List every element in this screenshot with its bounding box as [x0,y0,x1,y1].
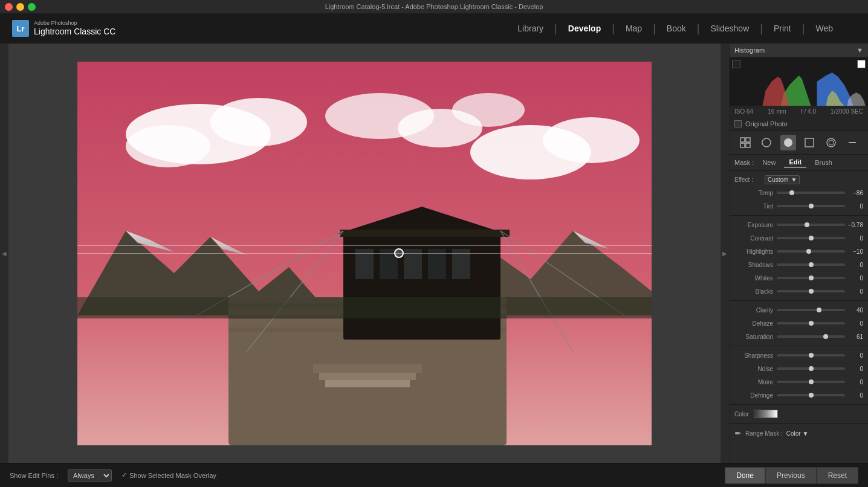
effect-dropdown[interactable]: Custom ▼ [765,175,800,184]
svg-point-40 [784,138,792,147]
show-overlay-label[interactable]: ✓ Show Selected Mask Overlay [121,471,216,479]
right-panel-toggle[interactable]: ▶ [721,44,729,463]
slider-track-saturation[interactable] [777,335,845,338]
slider-row-saturation: Saturation61 [730,330,868,343]
slider-thumb-clarity[interactable] [817,308,821,312]
square-tool[interactable] [802,135,817,150]
slider-track-blacks[interactable] [777,290,845,292]
ring-tool[interactable] [823,135,839,150]
nav-menu: Library | Develop | Map | Book | Slidesh… [507,13,844,44]
filled-circle-tool[interactable] [780,135,796,150]
slider-track-noise[interactable] [777,367,845,370]
svg-point-2 [210,98,307,146]
menubar: Lr Adobe Photoshop Lightroom Classic CC … [0,13,868,44]
reset-button[interactable]: Reset [817,467,858,484]
slider-value-highlights: −10 [845,248,863,255]
slider-thumb-highlights[interactable] [806,249,811,254]
slider-track-exposure[interactable] [777,224,845,226]
slider-thumb-moire[interactable] [809,379,814,384]
mask-new-btn[interactable]: New [757,158,780,167]
mask-brush-btn[interactable]: Brush [810,158,837,167]
slider-thumb-contrast[interactable] [809,236,814,240]
svg-point-8 [452,93,525,127]
guide-line-1 [77,245,652,246]
slider-thumb-saturation[interactable] [823,334,828,339]
slider-label-noise: Noise [734,366,777,372]
histogram-chart [732,63,866,106]
slider-value-tint: 0 [845,203,863,210]
histogram-highlight-btn[interactable] [857,60,866,68]
slider-track-dehaze[interactable] [777,322,845,324]
histogram-collapse-btn[interactable]: ▼ [857,47,863,54]
slider-thumb-blacks[interactable] [809,289,814,294]
slider-track-clarity[interactable] [777,309,845,311]
histogram-header: Histogram ▼ [730,44,868,57]
exif-focal: 16 mm [768,108,786,115]
slider-thumb-tint[interactable] [809,204,814,208]
color-swatch[interactable] [754,410,778,418]
product-name: Lightroom Classic CC [34,27,115,37]
svg-rect-23 [340,230,510,237]
mask-pin[interactable] [394,248,404,258]
slider-value-saturation: 61 [845,334,863,340]
slider-thumb-noise[interactable] [809,366,814,371]
eyedropper-icon[interactable]: ✒ [734,428,742,438]
histogram-area [730,57,868,106]
slider-track-moire[interactable] [777,381,845,383]
minimize-button[interactable] [16,3,24,11]
slider-track-shadows[interactable] [777,263,845,266]
done-button[interactable]: Done [725,467,765,484]
svg-point-5 [543,117,640,163]
edit-pins-select[interactable]: Always Selected Never [68,469,112,482]
slider-row-dehaze: Dehaze0 [730,317,868,330]
slider-thumb-shadows[interactable] [809,262,814,267]
slider-track-temp[interactable] [777,192,845,194]
company-name: Adobe Photoshop [34,20,115,27]
slider-thumb-defringe[interactable] [809,393,814,398]
slider-track-tint[interactable] [777,205,845,207]
slider-row-moire: Moire0 [730,375,868,389]
svg-rect-18 [313,364,422,373]
slider-thumb-temp[interactable] [789,190,794,195]
minus-tool[interactable] [844,135,860,150]
mask-edit-btn[interactable]: Edit [784,157,806,168]
edit-pins-label: Show Edit Pins : [10,472,58,479]
original-photo-checkbox[interactable] [734,120,742,127]
histogram-shadow-btn[interactable] [732,60,740,68]
circle-tool[interactable] [759,135,774,150]
slider-thumb-dehaze[interactable] [809,321,814,326]
show-overlay-check[interactable]: ✓ [121,471,127,479]
previous-button[interactable]: Previous [765,467,817,484]
range-mask-row: ✒ Range Mask : Color ▼ [730,426,868,440]
nav-book[interactable]: Book [656,13,697,44]
slider-track-sharpness[interactable] [777,354,845,356]
effect-label: Effect : [734,176,765,183]
slider-label-clarity: Clarity [734,307,777,314]
slider-value-temp: −86 [845,190,863,196]
slider-track-defringe[interactable] [777,394,845,396]
slider-thumb-sharpness[interactable] [809,353,814,358]
left-panel-toggle[interactable]: ◀ [0,44,8,463]
nav-develop[interactable]: Develop [557,13,612,44]
range-mask-value[interactable]: Color ▼ [786,430,809,437]
slider-row-whites: Whites0 [730,271,868,285]
nav-map[interactable]: Map [615,13,653,44]
nav-slideshow[interactable]: Slideshow [699,13,760,44]
maximize-button[interactable] [28,3,36,11]
grid-tool[interactable] [737,135,753,150]
nav-library[interactable]: Library [507,13,554,44]
slider-track-whites[interactable] [777,277,845,279]
slider-track-contrast[interactable] [777,237,845,239]
slider-label-dehaze: Dehaze [734,320,777,327]
main-photo[interactable] [77,62,652,445]
nav-web[interactable]: Web [805,13,844,44]
svg-rect-36 [746,138,750,142]
exif-aperture: f / 4.0 [801,108,816,115]
slider-label-whites: Whites [734,275,777,282]
slider-track-highlights[interactable] [777,250,845,253]
nav-print[interactable]: Print [763,13,802,44]
titlebar: Lightroom Catalog-5.lrcat - Adobe Photos… [0,0,868,13]
slider-thumb-whites[interactable] [809,276,814,280]
slider-thumb-exposure[interactable] [805,222,809,227]
close-button[interactable] [5,3,13,11]
